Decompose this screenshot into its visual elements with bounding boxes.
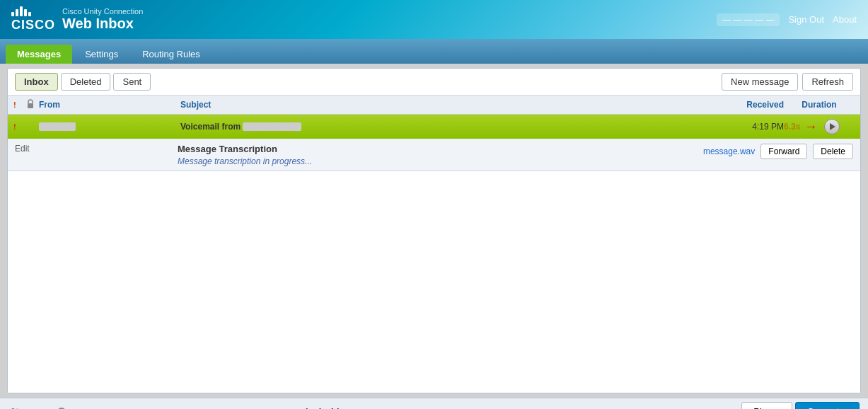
forward-button[interactable]: Forward	[760, 144, 807, 159]
volume-icon: 🔉	[8, 405, 23, 409]
output-buttons: Phone Computer	[741, 402, 860, 409]
next-page-button[interactable]: ►	[347, 405, 365, 410]
toolbar-right: New message Refresh	[722, 73, 853, 91]
sign-out-link[interactable]: Sign Out	[788, 14, 824, 25]
detail-actions: message.wav Forward Delete	[703, 144, 853, 159]
red-arrow-icon: →	[804, 120, 817, 134]
bottom-bar: 🔉 ◄ 1 - 1 of 1 ► Phone Computer	[0, 398, 868, 409]
cisco-logo: CISCO	[11, 6, 55, 33]
refresh-button[interactable]: Refresh	[802, 73, 853, 91]
bar1	[11, 12, 14, 16]
empty-area	[8, 171, 860, 393]
lock-icon	[26, 99, 35, 109]
phone-output-button[interactable]: Phone	[741, 402, 792, 409]
table-row[interactable]: ! Voicemail from 4:19 PM 6.3s →	[8, 115, 860, 139]
svg-rect-0	[28, 103, 33, 108]
bar4	[24, 9, 27, 16]
file-link[interactable]: message.wav	[703, 146, 755, 156]
edit-text[interactable]: Edit	[15, 144, 30, 154]
table-header: ! From Subject Received Duration	[8, 96, 860, 115]
user-info: — — — — —	[717, 13, 780, 26]
detail-info: Message Transcription Message transcript…	[178, 144, 696, 166]
message-received: 4:19 PM	[699, 122, 784, 132]
col-header-received: Received	[699, 100, 784, 110]
nav-tab-settings[interactable]: Settings	[74, 45, 129, 64]
message-table: ! From Subject Received Duration ! Voi	[8, 96, 860, 393]
message-duration: 6.3s →	[784, 119, 855, 134]
delete-button[interactable]: Delete	[813, 144, 853, 159]
app-title: Web Inbox	[62, 16, 143, 32]
pagination: ◄ 1 - 1 of 1 ►	[280, 405, 364, 410]
play-icon	[830, 123, 835, 130]
app-subtitle: Cisco Unity Connection	[62, 7, 143, 16]
header-title: Cisco Unity Connection Web Inbox	[62, 7, 143, 32]
folder-tab-sent[interactable]: Sent	[113, 73, 151, 91]
detail-title: Message Transcription	[178, 144, 696, 154]
pagination-info: 1 - 1 of 1	[304, 406, 340, 409]
col-header-duration: Duration	[784, 100, 855, 110]
cisco-bars	[11, 6, 55, 16]
col-header-lock	[26, 99, 39, 110]
nav-bar: Messages Settings Routing Rules	[0, 39, 868, 64]
priority-icon: !	[13, 122, 26, 131]
cisco-wordmark: CISCO	[11, 18, 55, 33]
toolbar: Inbox Deleted Sent New message Refresh	[8, 69, 860, 96]
nav-tab-routing[interactable]: Routing Rules	[131, 45, 212, 64]
computer-output-button[interactable]: Computer	[795, 402, 860, 409]
nav-tab-messages[interactable]: Messages	[6, 45, 72, 64]
col-header-subject: Subject	[180, 100, 699, 110]
header-right: — — — — — Sign Out About	[717, 13, 857, 26]
col-header-from: From	[39, 100, 180, 110]
about-link[interactable]: About	[833, 14, 857, 25]
header-left: CISCO Cisco Unity Connection Web Inbox	[11, 6, 143, 33]
play-button[interactable]	[824, 119, 840, 134]
prev-page-button[interactable]: ◄	[280, 405, 299, 410]
folder-tab-inbox[interactable]: Inbox	[15, 73, 58, 91]
edit-label[interactable]: Edit	[15, 144, 170, 154]
from-blur	[39, 122, 76, 131]
new-message-button[interactable]: New message	[722, 73, 798, 91]
subject-blur	[243, 122, 301, 131]
bar5	[28, 12, 31, 16]
detail-subtitle: Message transcription in progress...	[178, 156, 696, 166]
detail-row: Edit Message Transcription Message trans…	[8, 139, 860, 171]
duration-text: 6.3s	[784, 122, 800, 132]
message-subject: Voicemail from	[180, 122, 699, 132]
bar3	[20, 6, 23, 16]
message-from	[39, 122, 180, 132]
col-header-priority: !	[13, 100, 26, 109]
bar2	[16, 9, 18, 16]
main-content: Inbox Deleted Sent New message Refresh !…	[7, 68, 861, 393]
folder-tab-deleted[interactable]: Deleted	[61, 73, 111, 91]
app-header: CISCO Cisco Unity Connection Web Inbox —…	[0, 0, 868, 39]
